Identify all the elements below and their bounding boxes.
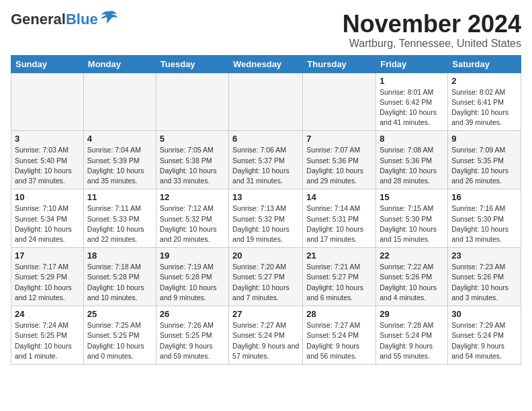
daylight: Daylight: 10 hours and 33 minutes. (160, 167, 217, 185)
sunset: Sunset: 5:28 PM (160, 273, 212, 281)
calendar-cell: 29Sunrise: 7:28 AMSunset: 5:24 PMDayligh… (376, 306, 448, 365)
day-info: Sunrise: 7:18 AMSunset: 5:28 PMDaylight:… (87, 262, 152, 303)
sunset: Sunset: 5:29 PM (15, 273, 67, 281)
calendar-cell (156, 73, 228, 131)
daylight: Daylight: 10 hours and 0 minutes. (87, 342, 144, 360)
calendar-cell (11, 73, 84, 131)
day-number: 1 (380, 76, 444, 86)
main-container: General Blue November 2024 Wartburg, Ten… (0, 0, 532, 370)
daylight: Daylight: 10 hours and 26 minutes. (451, 167, 508, 185)
day-number: 10 (15, 192, 80, 202)
header-saturday: Saturday (448, 55, 521, 73)
calendar-cell: 24Sunrise: 7:24 AMSunset: 5:25 PMDayligh… (11, 306, 84, 365)
sunset: Sunset: 5:30 PM (451, 215, 504, 223)
calendar-cell: 16Sunrise: 7:16 AMSunset: 5:30 PMDayligh… (448, 189, 521, 248)
daylight: Daylight: 10 hours and 24 minutes. (15, 225, 72, 243)
daylight: Daylight: 10 hours and 3 minutes. (451, 283, 508, 302)
day-number: 23 (451, 250, 517, 261)
calendar-cell: 27Sunrise: 7:27 AMSunset: 5:24 PMDayligh… (229, 306, 303, 365)
sunrise: Sunrise: 8:01 AM (380, 88, 433, 96)
daylight: Daylight: 9 hours and 56 minutes. (306, 342, 359, 360)
calendar-cell: 7Sunrise: 7:07 AMSunset: 5:36 PMDaylight… (303, 131, 376, 189)
calendar-table: Sunday Monday Tuesday Wednesday Thursday… (11, 55, 521, 365)
daylight: Daylight: 10 hours and 17 minutes. (306, 225, 363, 243)
calendar-cell: 19Sunrise: 7:19 AMSunset: 5:28 PMDayligh… (156, 248, 228, 306)
daylight: Daylight: 10 hours and 6 minutes. (306, 283, 363, 302)
calendar-cell: 23Sunrise: 7:23 AMSunset: 5:26 PMDayligh… (448, 248, 521, 306)
day-info: Sunrise: 7:08 AMSunset: 5:36 PMDaylight:… (380, 145, 444, 186)
daylight: Daylight: 10 hours and 4 minutes. (380, 283, 437, 302)
day-number: 25 (87, 309, 152, 319)
sunset: Sunset: 5:30 PM (380, 215, 432, 223)
sunrise: Sunrise: 7:26 AM (160, 321, 214, 329)
day-info: Sunrise: 7:22 AMSunset: 5:26 PMDaylight:… (380, 262, 444, 303)
calendar-cell: 20Sunrise: 7:20 AMSunset: 5:27 PMDayligh… (229, 248, 303, 306)
calendar-cell: 11Sunrise: 7:11 AMSunset: 5:33 PMDayligh… (83, 189, 156, 248)
sunset: Sunset: 5:32 PM (232, 215, 285, 223)
sunset: Sunset: 5:36 PM (380, 156, 432, 165)
header-thursday: Thursday (303, 55, 376, 73)
calendar-cell: 2Sunrise: 8:02 AMSunset: 6:41 PMDaylight… (448, 73, 521, 131)
sunrise: Sunrise: 7:23 AM (451, 263, 505, 271)
daylight: Daylight: 10 hours and 22 minutes. (87, 225, 144, 243)
logo-blue: Blue (66, 11, 98, 28)
sunset: Sunset: 6:42 PM (380, 98, 432, 106)
daylight: Daylight: 10 hours and 39 minutes. (451, 108, 508, 126)
title-area: November 2024 Wartburg, Tennessee, Unite… (343, 11, 521, 50)
day-number: 30 (451, 309, 517, 319)
sunrise: Sunrise: 7:05 AM (160, 146, 214, 154)
location: Wartburg, Tennessee, United States (343, 38, 521, 50)
calendar-cell: 5Sunrise: 7:05 AMSunset: 5:38 PMDaylight… (156, 131, 228, 189)
day-info: Sunrise: 7:10 AMSunset: 5:34 PMDaylight:… (15, 203, 80, 244)
sunset: Sunset: 5:37 PM (232, 156, 285, 165)
day-number: 8 (380, 134, 444, 144)
calendar-cell: 1Sunrise: 8:01 AMSunset: 6:42 PMDaylight… (376, 73, 448, 131)
calendar-week-row: 1Sunrise: 8:01 AMSunset: 6:42 PMDaylight… (11, 73, 521, 131)
calendar-cell: 17Sunrise: 7:17 AMSunset: 5:29 PMDayligh… (11, 248, 84, 306)
daylight: Daylight: 10 hours and 28 minutes. (380, 167, 437, 185)
day-info: Sunrise: 7:21 AMSunset: 5:27 PMDaylight:… (306, 262, 372, 303)
header-sunday: Sunday (11, 55, 84, 73)
day-number: 29 (380, 309, 444, 319)
calendar-cell: 14Sunrise: 7:14 AMSunset: 5:31 PMDayligh… (303, 189, 376, 248)
day-number: 22 (380, 250, 444, 261)
calendar-cell: 30Sunrise: 7:29 AMSunset: 5:24 PMDayligh… (448, 306, 521, 365)
calendar-cell: 28Sunrise: 7:27 AMSunset: 5:24 PMDayligh… (303, 306, 376, 365)
sunset: Sunset: 5:25 PM (87, 331, 140, 339)
daylight: Daylight: 9 hours and 59 minutes. (160, 342, 213, 360)
day-number: 13 (232, 192, 299, 202)
day-number: 7 (306, 134, 372, 144)
sunrise: Sunrise: 7:04 AM (87, 146, 141, 154)
sunrise: Sunrise: 7:16 AM (451, 204, 505, 212)
day-info: Sunrise: 7:27 AMSunset: 5:24 PMDaylight:… (232, 320, 299, 361)
sunrise: Sunrise: 7:07 AM (306, 146, 360, 154)
day-info: Sunrise: 7:26 AMSunset: 5:25 PMDaylight:… (160, 320, 225, 361)
daylight: Daylight: 10 hours and 7 minutes. (232, 283, 290, 302)
sunset: Sunset: 5:27 PM (232, 273, 285, 281)
daylight: Daylight: 10 hours and 37 minutes. (15, 167, 72, 185)
header-monday: Monday (83, 55, 156, 73)
daylight: Daylight: 10 hours and 35 minutes. (87, 167, 144, 185)
day-info: Sunrise: 7:27 AMSunset: 5:24 PMDaylight:… (306, 320, 372, 361)
sunrise: Sunrise: 7:27 AM (306, 321, 360, 329)
sunrise: Sunrise: 7:20 AM (232, 263, 286, 271)
daylight: Daylight: 10 hours and 10 minutes. (87, 283, 144, 302)
calendar-week-row: 10Sunrise: 7:10 AMSunset: 5:34 PMDayligh… (11, 189, 521, 248)
day-info: Sunrise: 7:24 AMSunset: 5:25 PMDaylight:… (15, 320, 80, 361)
day-info: Sunrise: 8:01 AMSunset: 6:42 PMDaylight:… (380, 87, 444, 128)
calendar-cell: 4Sunrise: 7:04 AMSunset: 5:39 PMDaylight… (83, 131, 156, 189)
day-info: Sunrise: 7:04 AMSunset: 5:39 PMDaylight:… (87, 145, 152, 186)
day-number: 26 (160, 309, 225, 319)
calendar-cell: 26Sunrise: 7:26 AMSunset: 5:25 PMDayligh… (156, 306, 228, 365)
calendar-cell: 12Sunrise: 7:12 AMSunset: 5:32 PMDayligh… (156, 189, 228, 248)
day-number: 20 (232, 250, 299, 261)
calendar-cell: 13Sunrise: 7:13 AMSunset: 5:32 PMDayligh… (229, 189, 303, 248)
sunset: Sunset: 5:24 PM (451, 331, 504, 339)
sunset: Sunset: 5:26 PM (380, 273, 432, 281)
sunrise: Sunrise: 8:02 AM (451, 88, 505, 96)
sunset: Sunset: 5:32 PM (160, 215, 212, 223)
daylight: Daylight: 10 hours and 29 minutes. (306, 167, 363, 185)
sunset: Sunset: 5:33 PM (87, 215, 140, 223)
sunrise: Sunrise: 7:11 AM (87, 204, 141, 212)
sunrise: Sunrise: 7:27 AM (232, 321, 286, 329)
